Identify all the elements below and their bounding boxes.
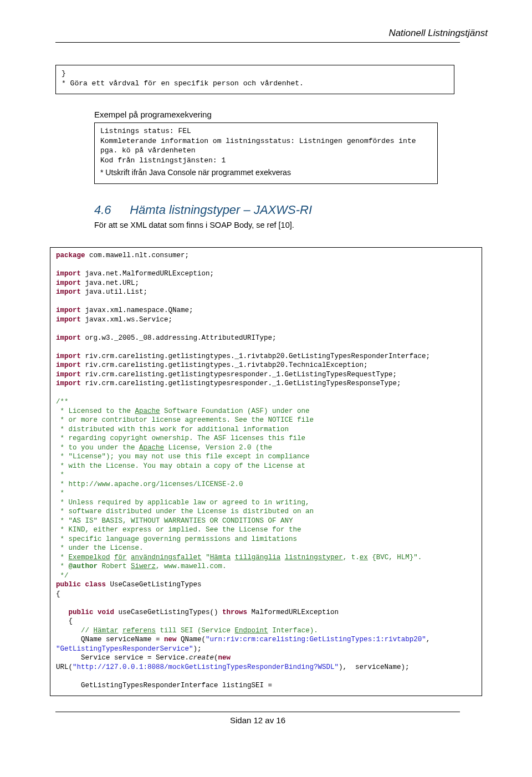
code-box-1: } * Göra ett vårdval för en specifik per… (55, 65, 454, 94)
section-heading: 4.6 Hämta listningstyper – JAXWS-RI (94, 203, 438, 217)
section-title: Hämta listningstyper – JAXWS-RI (130, 203, 312, 217)
code-comment-line: * Utskrift ifrån Java Console när progra… (100, 167, 432, 178)
code-box-2: Listnings status: FEL Kommleterande info… (94, 122, 438, 184)
page-footer: Sidan 12 av 16 (55, 712, 460, 725)
code-line: Kommleterande information om listningsst… (100, 136, 432, 156)
code-line: * Göra ett vårdval för en specifik perso… (62, 79, 448, 89)
code-line: } (62, 69, 448, 79)
section-4-6: 4.6 Hämta listningstyper – JAXWS-RI För … (94, 203, 438, 229)
code-line: Listnings status: FEL (100, 126, 432, 136)
header-rule (55, 42, 460, 43)
example-subtitle: Exempel på programexekvering (94, 110, 488, 119)
code-box-main: package com.mawell.nlt.consumer; import … (50, 247, 482, 696)
code-line: Kod från listningstjänsten: 1 (100, 156, 432, 166)
section-number: 4.6 (94, 203, 126, 217)
source-code: package com.mawell.nlt.consumer; import … (56, 251, 476, 690)
section-body: För att se XML datat som finns i SOAP Bo… (94, 221, 438, 229)
doc-header-title: Nationell Listningstjänst (55, 28, 488, 39)
